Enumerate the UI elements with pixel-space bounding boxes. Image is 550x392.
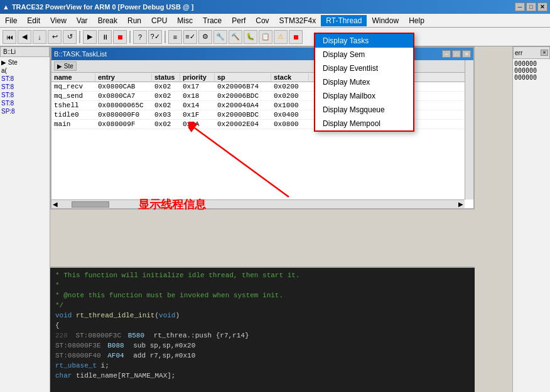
scroll-left-btn[interactable]: ◀ [51, 201, 59, 208]
toolbar-help2[interactable]: ?✓ [148, 30, 162, 44]
toolbar-run[interactable]: ▶ [83, 30, 97, 44]
dropdown-item-display-msgqueue[interactable]: Display Msgqueue [315, 103, 413, 117]
cell-entry: 0x0800CAB [95, 83, 152, 90]
cell-name: mq_recv [51, 83, 95, 90]
toolbar-return[interactable]: ↩ [48, 30, 62, 44]
dropdown-overlay: Display Tasks Display Sem Display Eventl… [314, 33, 414, 132]
menu-perf[interactable]: Perf [227, 15, 251, 26]
close-button[interactable]: ✕ [537, 3, 547, 11]
cell-entry: 0x080009F [95, 120, 152, 128]
right-row: 000000 [514, 74, 549, 81]
task-toolbar-btn[interactable]: ▶ Ste [54, 61, 77, 71]
dropdown-item-display-sem[interactable]: Display Sem [315, 48, 413, 61]
code-line: rt_ubase_t i; [55, 361, 470, 371]
code-line: 228 ST:08000F3C B580 rt_threa.:push {r7,… [55, 331, 470, 341]
toolbar-gear[interactable]: ⚙ [198, 30, 212, 44]
toolbar-listchk[interactable]: ≡✓ [183, 30, 197, 44]
menu-stm32[interactable]: STM32F4x [274, 15, 321, 26]
cell-status: 0x02 [152, 102, 180, 109]
toolbar-tool[interactable]: 🔧 [213, 30, 227, 44]
cell-stack: 0x0200 [271, 83, 309, 90]
cell-priority: 0x17 [180, 83, 215, 90]
cell-entry: 0x0800CA7 [95, 92, 152, 100]
code-line: * @note this function must be invoked wh… [55, 290, 470, 300]
menu-file[interactable]: File [0, 15, 22, 26]
toolbar-stop[interactable]: ⏹ [113, 30, 127, 44]
toolbar-clip[interactable]: 📋 [259, 30, 272, 44]
cell-sp: 0x20006BDC [215, 92, 271, 100]
code-line: * This function will initialize idle thr… [55, 270, 470, 280]
toolbar-reset[interactable]: ↺ [63, 30, 77, 44]
code-line: */ [55, 300, 470, 310]
dropdown-item-display-mempool[interactable]: Display Mempool [315, 117, 413, 130]
menu-cov[interactable]: Cov [251, 15, 274, 26]
toolbar-stopred[interactable]: ⏹ [289, 30, 303, 44]
main-area: B::Li ▶ Ste a( ST:8 ST:8 ST:8 ST:8 SP:8 … [0, 46, 550, 392]
vertical-scrollbar[interactable] [465, 60, 473, 199]
left-sidebar: B::Li ▶ Ste a( ST:8 ST:8 ST:8 ST:8 SP:8 [0, 46, 50, 392]
toolbar-help[interactable]: ? [133, 30, 147, 44]
cell-status: 0x03 [152, 111, 180, 119]
sidebar-row: ST:8 [1, 99, 48, 107]
cell-stack: 0x0800 [271, 120, 309, 128]
title-bar-left: ▲ TRACE32 PowerView for ARM 0 [Power Deb… [3, 3, 193, 11]
menu-break[interactable]: Break [93, 15, 122, 26]
code-line: ST:08000F40 AF04 add r7,sp,#0x10 [55, 351, 470, 361]
sidebar-row: ▶ Ste [1, 58, 48, 66]
cell-entry: 0x080000F0 [95, 111, 152, 119]
task-win-maximize[interactable]: □ [452, 50, 461, 58]
cell-priority: 0x18 [180, 92, 215, 100]
toolbar-warn[interactable]: ⚠ [274, 30, 288, 44]
right-row: 000000 [514, 60, 549, 67]
menu-var[interactable]: Var [72, 15, 93, 26]
toolbar-debug[interactable]: 🐛 [244, 30, 257, 44]
cell-priority: 0x0A [180, 120, 215, 128]
menu-run[interactable]: Run [122, 15, 146, 26]
menu-help[interactable]: Help [404, 15, 429, 26]
dropdown-item-display-mailbox[interactable]: Display Mailbox [315, 89, 413, 103]
sidebar-row: ST:8 [1, 91, 48, 99]
scroll-right-btn[interactable]: ▶ [457, 201, 465, 208]
toolbar-pause[interactable]: ⏸ [98, 30, 112, 44]
menu-window[interactable]: Window [367, 15, 404, 26]
code-area: * This function will initialize idle thr… [50, 267, 475, 392]
toolbar: ⏮ ◀ ↓ ↩ ↺ ▶ ⏸ ⏹ ? ?✓ ≡ ≡✓ ⚙ 🔧 🔨 🐛 📋 ⚠ ⏹ [0, 28, 550, 46]
window-title: TRACE32 PowerView for ARM 0 [Power Debug… [12, 3, 193, 11]
minimize-button[interactable]: ─ [515, 3, 525, 11]
menu-edit[interactable]: Edit [22, 15, 45, 26]
sidebar-row: SP:8 [1, 107, 48, 115]
toolbar-down[interactable]: ↓ [33, 30, 46, 44]
dropdown-item-display-eventlist[interactable]: Display Eventlist [315, 61, 413, 75]
title-bar-controls: ─ □ ✕ [515, 3, 547, 11]
toolbar-build[interactable]: 🔨 [229, 30, 242, 44]
dropdown-item-display-tasks[interactable]: Display Tasks [315, 34, 413, 48]
menu-misc[interactable]: Misc [172, 15, 198, 26]
sidebar-row: ST:8 [1, 83, 48, 91]
task-win-minimize[interactable]: ─ [442, 50, 451, 58]
horizontal-scrollbar[interactable]: ◀ ▶ [51, 199, 465, 208]
scroll-thumb[interactable] [72, 201, 109, 208]
toolbar-first[interactable]: ⏮ [3, 30, 16, 44]
toolbar-prev[interactable]: ◀ [18, 30, 31, 44]
code-line: ST:08000F3E B088 sub sp,sp,#0x20 [55, 341, 470, 351]
right-panel-label: err [515, 50, 522, 56]
col-header-status: status [152, 73, 180, 81]
menu-cpu[interactable]: CPU [146, 15, 172, 26]
right-panel: err ✕ 000000 000000 000000 [512, 46, 550, 392]
toolbar-list[interactable]: ≡ [168, 30, 182, 44]
cell-status: 0x02 [152, 83, 180, 90]
toolbar-sep1 [79, 31, 80, 43]
cell-stack: 0x0400 [271, 111, 309, 119]
menu-view[interactable]: View [45, 15, 72, 26]
col-header-sp: sp [215, 73, 271, 81]
menu-trace[interactable]: Trace [198, 15, 227, 26]
col-header-name: name [51, 73, 95, 81]
task-win-close[interactable]: ✕ [462, 50, 471, 58]
cell-sp: 0x200040A4 [215, 102, 271, 109]
menu-rtthread[interactable]: RT-Thread [321, 15, 367, 26]
right-panel-close[interactable]: ✕ [541, 50, 548, 56]
sidebar-tab[interactable]: B::Li [0, 46, 50, 57]
right-row: 000000 [514, 67, 549, 74]
maximize-button[interactable]: □ [526, 3, 536, 11]
dropdown-item-display-mutex[interactable]: Display Mutex [315, 75, 413, 89]
